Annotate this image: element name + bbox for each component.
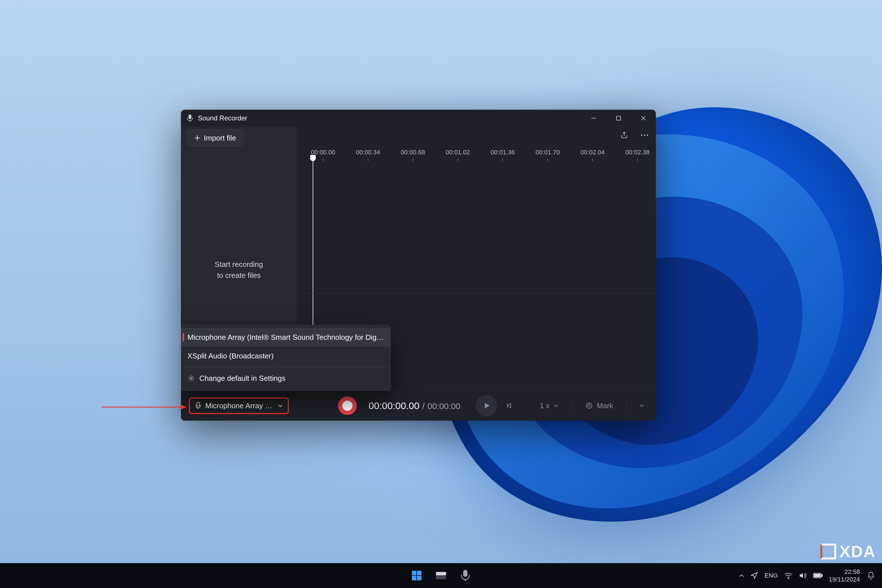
empty-line1: Start recording bbox=[215, 259, 263, 270]
waveform-divider bbox=[297, 293, 656, 294]
xda-watermark: XDA bbox=[820, 542, 876, 561]
tick: 00:02.38 bbox=[626, 149, 650, 162]
sound-recorder-window: Sound Recorder Import file Start recordi… bbox=[181, 110, 656, 421]
clock-date: 19/11/2024 bbox=[829, 576, 860, 584]
start-button[interactable] bbox=[407, 566, 426, 585]
svg-point-27 bbox=[788, 578, 789, 579]
plus-icon bbox=[194, 135, 200, 141]
tick: 00:02.04 bbox=[580, 149, 604, 162]
svg-rect-25 bbox=[463, 570, 467, 577]
maximize-button[interactable] bbox=[606, 110, 631, 127]
chevron-down-icon bbox=[554, 404, 558, 407]
playback-duration: 00:00:00 bbox=[428, 401, 460, 411]
location-icon[interactable] bbox=[750, 572, 758, 579]
tick: 00:00.68 bbox=[401, 149, 425, 162]
svg-point-17 bbox=[586, 403, 592, 408]
tray-chevron-up-icon[interactable] bbox=[739, 574, 744, 577]
svg-rect-19 bbox=[412, 571, 416, 575]
mark-button[interactable]: Mark bbox=[580, 399, 618, 413]
tick: 00:00.34 bbox=[356, 149, 380, 162]
tick: 00:01.70 bbox=[536, 149, 560, 162]
mic-option-selected[interactable]: Microphone Array (Intel® Smart Sound Tec… bbox=[181, 328, 390, 346]
menu-separator bbox=[181, 367, 390, 367]
microphone-icon bbox=[195, 402, 201, 410]
clock[interactable]: 22:58 19/11/2024 bbox=[829, 568, 860, 584]
speed-label: 1 x bbox=[540, 401, 550, 410]
taskbar-taskview[interactable] bbox=[431, 566, 451, 585]
svg-rect-14 bbox=[197, 402, 200, 406]
settings-link-label: Change default in Settings bbox=[199, 374, 285, 383]
wifi-icon[interactable] bbox=[784, 572, 793, 579]
svg-point-10 bbox=[641, 135, 642, 136]
marker-icon bbox=[585, 402, 593, 410]
svg-rect-21 bbox=[412, 576, 416, 580]
notifications-button[interactable] bbox=[866, 571, 876, 580]
svg-rect-20 bbox=[417, 571, 422, 575]
window-title: Sound Recorder bbox=[198, 114, 248, 122]
gear-icon bbox=[188, 375, 195, 382]
mic-selected-label: Microphone Array (In... bbox=[205, 401, 274, 410]
svg-point-11 bbox=[644, 135, 645, 136]
clock-time: 22:58 bbox=[829, 568, 860, 576]
change-default-settings[interactable]: Change default in Settings bbox=[181, 369, 390, 388]
svg-rect-30 bbox=[814, 574, 820, 577]
mark-label: Mark bbox=[597, 401, 613, 410]
control-divider bbox=[572, 399, 572, 412]
svg-point-13 bbox=[190, 377, 192, 380]
close-button[interactable] bbox=[631, 110, 656, 127]
svg-rect-2 bbox=[189, 114, 191, 119]
titlebar[interactable]: Sound Recorder bbox=[181, 110, 656, 127]
mic-option-label: Microphone Array (Intel® Smart Sound Tec… bbox=[188, 333, 384, 342]
app-icon bbox=[186, 114, 194, 122]
playback-speed-button[interactable]: 1 x bbox=[535, 399, 563, 413]
bottom-controls: Microphone Array (In... 00:00:00.00 / 00… bbox=[181, 390, 656, 421]
timeline-ruler[interactable]: 00:00.00 00:00.34 00:00.68 00:01.02 00:0… bbox=[311, 149, 650, 162]
microphone-dropdown-menu: Microphone Array (Intel® Smart Sound Tec… bbox=[181, 325, 391, 391]
chevron-down-icon bbox=[639, 404, 644, 407]
svg-rect-29 bbox=[822, 574, 822, 577]
time-display: 00:00:00.00 / 00:00:00 bbox=[369, 400, 460, 411]
import-file-button[interactable]: Import file bbox=[187, 129, 244, 146]
svg-marker-1 bbox=[180, 405, 187, 410]
svg-rect-5 bbox=[616, 116, 621, 120]
time-separator: / bbox=[422, 401, 424, 411]
svg-point-12 bbox=[647, 135, 648, 136]
svg-rect-22 bbox=[417, 576, 422, 580]
annotation-arrow bbox=[102, 404, 187, 405]
tick: 00:01.02 bbox=[446, 149, 470, 162]
taskbar[interactable]: ENG 22:58 19/11/2024 bbox=[0, 563, 882, 588]
mark-menu-button[interactable] bbox=[636, 401, 648, 410]
volume-icon[interactable] bbox=[799, 572, 807, 579]
xda-brand-text: XDA bbox=[840, 542, 876, 561]
more-button[interactable] bbox=[639, 129, 650, 141]
share-button[interactable] bbox=[618, 129, 630, 141]
play-button[interactable] bbox=[476, 395, 497, 416]
system-tray[interactable]: ENG 22:58 19/11/2024 bbox=[739, 568, 876, 584]
mic-option[interactable]: XSplit Audio (Broadcaster) bbox=[181, 346, 390, 365]
tray-language[interactable]: ENG bbox=[764, 572, 778, 579]
chevron-down-icon bbox=[278, 404, 283, 407]
battery-icon[interactable] bbox=[813, 573, 823, 578]
playhead[interactable] bbox=[313, 160, 313, 341]
control-divider bbox=[627, 399, 627, 412]
tick: 00:01.36 bbox=[491, 149, 515, 162]
record-button[interactable] bbox=[338, 396, 357, 415]
xda-logo-icon bbox=[820, 544, 836, 560]
playback-position: 00:00:00.00 bbox=[369, 400, 420, 411]
svg-point-18 bbox=[588, 405, 590, 407]
taskbar-app-sound-recorder[interactable] bbox=[456, 566, 475, 585]
svg-rect-24 bbox=[436, 572, 446, 575]
desktop: Sound Recorder Import file Start recordi… bbox=[0, 0, 882, 588]
microphone-picker[interactable]: Microphone Array (In... bbox=[189, 398, 289, 414]
empty-line2: to create files bbox=[217, 270, 261, 281]
import-file-label: Import file bbox=[204, 134, 236, 142]
skip-back-button[interactable] bbox=[504, 399, 518, 412]
minimize-button[interactable] bbox=[581, 110, 606, 127]
mic-option-label: XSplit Audio (Broadcaster) bbox=[188, 352, 274, 360]
